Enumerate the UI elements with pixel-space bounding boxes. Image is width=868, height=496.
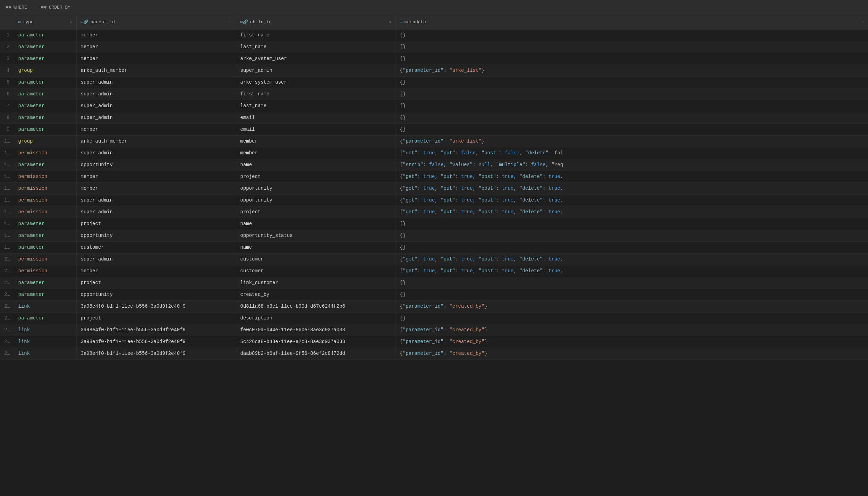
col-header-child-id[interactable]: ⊞🔗 child_id ⇅: [236, 15, 395, 29]
where-filter[interactable]: ▼≡ WHERE: [6, 5, 27, 10]
cell-child-id: name: [236, 159, 395, 171]
cell-metadata: {}: [395, 241, 868, 253]
cell-type: parameter: [14, 312, 76, 324]
table-row[interactable]: 10 group arke_auth_member member {"param…: [0, 135, 868, 147]
cell-metadata: {"parameter_id": "arke_list"}: [395, 135, 868, 147]
table-row[interactable]: 17 parameter project name {}: [0, 218, 868, 230]
cell-type: permission: [14, 182, 76, 194]
table-row[interactable]: 23 parameter opportunity created_by {}: [0, 289, 868, 300]
order-by-sort[interactable]: ≡▼ ORDER BY: [41, 5, 70, 10]
table-row[interactable]: 20 permission super_admin customer {"get…: [0, 253, 868, 265]
row-number: 22: [0, 277, 14, 289]
cell-metadata: {"get": true, "put": true, "post": true,…: [395, 194, 868, 206]
cell-parent-id: member: [76, 182, 236, 194]
table-row[interactable]: 26 link 3a98e4f0-b1f1-11ee-b556-3a0d9f2e…: [0, 324, 868, 336]
cell-parent-id: opportunity: [76, 159, 236, 171]
cell-child-id: project: [236, 171, 395, 182]
table-row[interactable]: 13 permission member project {"get": tru…: [0, 171, 868, 182]
table-row[interactable]: 21 permission member customer {"get": tr…: [0, 265, 868, 277]
cell-metadata: {"get": true, "put": true, "post": true,…: [395, 253, 868, 265]
cell-type: parameter: [14, 29, 76, 41]
col-header-type[interactable]: ⊞ type ⇅: [14, 15, 76, 29]
cell-child-id: arke_system_user: [236, 76, 395, 88]
cell-child-id: link_customer: [236, 277, 395, 289]
parent-sort-icon: ⇅: [229, 20, 231, 24]
cell-parent-id: 3a98e4f0-b1f1-11ee-b556-3a0d9f2e40f9: [76, 336, 236, 348]
col-header-parent-id[interactable]: ⊞🔗 parent_id ⇅: [76, 15, 236, 29]
sort-icon: ≡▼: [41, 5, 47, 10]
cell-type: link: [14, 324, 76, 336]
cell-child-id: name: [236, 218, 395, 230]
cell-parent-id: opportunity: [76, 289, 236, 300]
cell-type: permission: [14, 194, 76, 206]
cell-type: parameter: [14, 100, 76, 112]
row-number: 16: [0, 206, 14, 218]
cell-child-id: customer: [236, 265, 395, 277]
cell-type: link: [14, 348, 76, 359]
cell-type: parameter: [14, 41, 76, 53]
cell-parent-id: member: [76, 171, 236, 182]
cell-parent-id: arke_auth_member: [76, 65, 236, 76]
cell-metadata: {"parameter_id": "created_by"}: [395, 336, 868, 348]
row-number: 4: [0, 65, 14, 76]
parent-col-label: parent_id: [91, 19, 115, 25]
table-row[interactable]: 27 link 3a98e4f0-b1f1-11ee-b556-3a0d9f2e…: [0, 336, 868, 348]
cell-parent-id: 3a98e4f0-b1f1-11ee-b556-3a0d9f2e40f9: [76, 300, 236, 312]
order-by-label: ORDER BY: [49, 5, 70, 10]
table-row[interactable]: 19 parameter customer name {}: [0, 241, 868, 253]
table-row[interactable]: 18 parameter opportunity opportunity_sta…: [0, 230, 868, 241]
cell-child-id: name: [236, 241, 395, 253]
table-row[interactable]: 14 permission member opportunity {"get":…: [0, 182, 868, 194]
table-row[interactable]: 9 parameter member email {}: [0, 123, 868, 135]
table-row[interactable]: 2 parameter member last_name {}: [0, 41, 868, 53]
table-row[interactable]: 3 parameter member arke_system_user {}: [0, 53, 868, 65]
cell-child-id: opportunity_status: [236, 230, 395, 241]
cell-type: group: [14, 135, 76, 147]
cell-type: permission: [14, 265, 76, 277]
table-row[interactable]: 1 parameter member first_name {}: [0, 29, 868, 41]
table-row[interactable]: 5 parameter super_admin arke_system_user…: [0, 76, 868, 88]
table-row[interactable]: 25 parameter project description {}: [0, 312, 868, 324]
row-number: 11: [0, 147, 14, 159]
cell-type: parameter: [14, 289, 76, 300]
row-number-header: [0, 15, 14, 29]
table-row[interactable]: 4 group arke_auth_member super_admin {"p…: [0, 65, 868, 76]
row-number: 17: [0, 218, 14, 230]
cell-metadata: {"strip": false, "values": null, "multip…: [395, 159, 868, 171]
cell-parent-id: 3a98e4f0-b1f1-11ee-b556-3a0d9f2e40f9: [76, 324, 236, 336]
data-table: ⊞ type ⇅ ⊞🔗 parent_id ⇅: [0, 15, 868, 360]
cell-child-id: member: [236, 135, 395, 147]
row-number: 12: [0, 159, 14, 171]
col-header-metadata[interactable]: ⊞ metadata ⇅: [395, 15, 868, 29]
cell-type: group: [14, 65, 76, 76]
row-number: 27: [0, 336, 14, 348]
table-row[interactable]: 12 parameter opportunity name {"strip": …: [0, 159, 868, 171]
row-number: 20: [0, 253, 14, 265]
cell-metadata: {"get": true, "put": true, "post": true,…: [395, 171, 868, 182]
cell-metadata: {}: [395, 277, 868, 289]
cell-child-id: email: [236, 123, 395, 135]
table-row[interactable]: 7 parameter super_admin last_name {}: [0, 100, 868, 112]
cell-child-id: fe0c070a-b44e-11ee-860e-8ae3d937a033: [236, 324, 395, 336]
parent-col-icon: ⊞🔗: [81, 19, 88, 25]
cell-child-id: super_admin: [236, 65, 395, 76]
cell-type: link: [14, 300, 76, 312]
table-row[interactable]: 24 link 3a98e4f0-b1f1-11ee-b556-3a0d9f2e…: [0, 300, 868, 312]
cell-child-id: first_name: [236, 88, 395, 100]
cell-metadata: {}: [395, 41, 868, 53]
row-number: 25: [0, 312, 14, 324]
table-row[interactable]: 6 parameter super_admin first_name {}: [0, 88, 868, 100]
table-row[interactable]: 15 permission super_admin opportunity {"…: [0, 194, 868, 206]
table-row[interactable]: 22 parameter project link_customer {}: [0, 277, 868, 289]
table-row[interactable]: 8 parameter super_admin email {}: [0, 112, 868, 123]
cell-metadata: {"parameter_id": "created_by"}: [395, 324, 868, 336]
cell-metadata: {}: [395, 100, 868, 112]
cell-type: parameter: [14, 159, 76, 171]
cell-child-id: created_by: [236, 289, 395, 300]
cell-type: parameter: [14, 53, 76, 65]
table-row[interactable]: 11 permission super_admin member {"get":…: [0, 147, 868, 159]
row-number: 18: [0, 230, 14, 241]
table-row[interactable]: 28 link 3a98e4f0-b1f1-11ee-b556-3a0d9f2e…: [0, 348, 868, 359]
type-col-label: type: [23, 19, 34, 25]
table-row[interactable]: 16 permission super_admin project {"get"…: [0, 206, 868, 218]
